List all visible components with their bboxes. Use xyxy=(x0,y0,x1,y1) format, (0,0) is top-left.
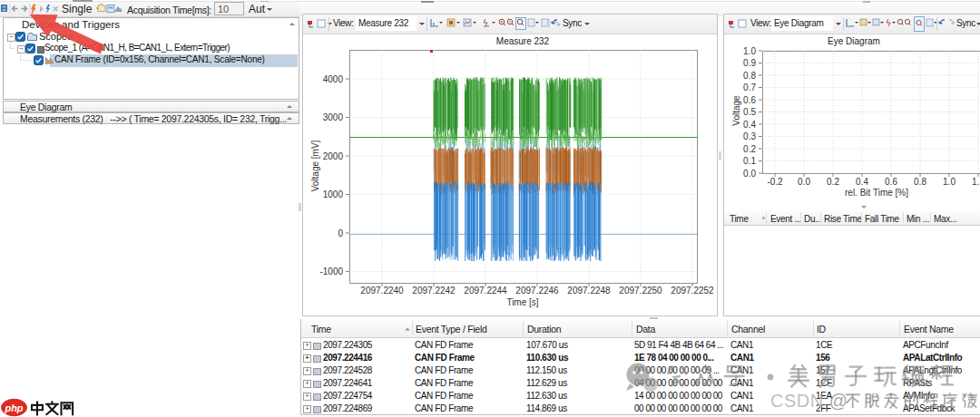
svg-text:Eye Diagram: Eye Diagram xyxy=(828,36,880,46)
svg-text:0.3: 0.3 xyxy=(743,131,756,141)
svg-text:0.0: 0.0 xyxy=(798,177,810,187)
svg-text:0.1: 0.1 xyxy=(743,156,756,166)
svg-text:2097.2248: 2097.2248 xyxy=(567,286,611,296)
svg-text:php: php xyxy=(4,402,23,413)
svg-text:0.0: 0.0 xyxy=(743,169,756,179)
svg-text:0.4: 0.4 xyxy=(743,120,756,130)
svg-text:2097.2250: 2097.2250 xyxy=(619,286,662,296)
svg-text:1.0: 1.0 xyxy=(943,177,956,187)
svg-text:Time [s]: Time [s] xyxy=(506,297,538,307)
svg-text:4000: 4000 xyxy=(323,74,344,84)
svg-text:1000: 1000 xyxy=(323,189,344,199)
svg-text:2097.2244: 2097.2244 xyxy=(464,286,507,296)
svg-text:0.5: 0.5 xyxy=(743,107,756,117)
svg-text:0.2: 0.2 xyxy=(743,144,756,154)
svg-text:2097.2240: 2097.2240 xyxy=(360,286,404,296)
svg-text:Voltage [mV]: Voltage [mV] xyxy=(310,140,320,191)
svg-text:0.6: 0.6 xyxy=(743,95,756,105)
svg-text:0.7: 0.7 xyxy=(743,82,756,92)
svg-text:2097.2246: 2097.2246 xyxy=(515,286,559,296)
svg-text:0: 0 xyxy=(338,228,343,238)
svg-text:1.2: 1.2 xyxy=(972,177,980,187)
svg-text:-0.2: -0.2 xyxy=(767,177,783,187)
svg-text:0.2: 0.2 xyxy=(827,177,839,187)
svg-text:1.0: 1.0 xyxy=(743,46,756,56)
svg-text:0.8: 0.8 xyxy=(743,71,756,81)
svg-text:0.6: 0.6 xyxy=(885,177,897,187)
svg-text:0.8: 0.8 xyxy=(914,177,926,187)
svg-text:Voltage: Voltage xyxy=(731,95,741,126)
svg-text:2097.2242: 2097.2242 xyxy=(412,286,456,296)
svg-text:-1000: -1000 xyxy=(319,267,343,276)
svg-text:Measure 232: Measure 232 xyxy=(496,36,550,46)
svg-text:rel. Bit Time [%]: rel. Bit Time [%] xyxy=(845,188,908,198)
svg-text:0.4: 0.4 xyxy=(856,177,868,187)
svg-text:3000: 3000 xyxy=(323,112,344,122)
svg-text:0.9: 0.9 xyxy=(743,58,756,68)
svg-text:2000: 2000 xyxy=(323,151,344,161)
svg-text:2097.2252: 2097.2252 xyxy=(671,286,714,296)
